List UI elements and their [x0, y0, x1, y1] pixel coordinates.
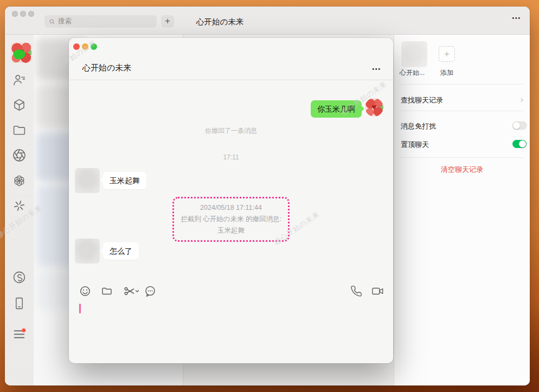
screenshot-scissors-icon[interactable] [123, 285, 140, 297]
search-icon [49, 18, 55, 25]
mute-toggle[interactable] [512, 121, 527, 130]
favorites-box-icon[interactable] [12, 98, 27, 112]
mute-label: 消息免打扰 [401, 121, 436, 131]
intercept-content: 玉米起舞 [177, 225, 285, 236]
main-chat-title: 心开始の未来 [196, 17, 243, 27]
voice-call-icon[interactable] [350, 285, 362, 297]
chat-popup-window: 17:06 你玉米几啊 你撤回了一条消息 17:11 玉米起舞 2024/05/… [69, 38, 393, 363]
sidebar [5, 7, 34, 385]
main-more-menu-button[interactable]: ••• [512, 15, 521, 21]
member-avatar[interactable] [401, 41, 427, 67]
chat-popup-title: 心开始の未来 [82, 63, 131, 73]
minimize-button[interactable] [82, 43, 88, 50]
chat-history-icon[interactable] [144, 285, 156, 297]
channels-s-icon[interactable] [12, 270, 27, 285]
add-member-label: 添加 [439, 68, 455, 78]
divider [401, 84, 523, 85]
zoom-button[interactable] [28, 11, 34, 17]
toggle-knob [513, 122, 520, 129]
desktop: { "watermark": "@心开始の未来", "main_window":… [0, 0, 539, 392]
video-call-icon[interactable] [371, 285, 385, 297]
chat-bubble-icon[interactable] [12, 48, 27, 62]
chat-popup-more-button[interactable]: ••• [372, 66, 381, 72]
zoom-button[interactable] [91, 43, 97, 50]
member-name: 心开始... [400, 68, 430, 78]
notification-badge [22, 329, 25, 332]
sparkle-icon[interactable] [10, 196, 28, 215]
recall-intercept-box: 2024/05/18 17:11:44 拦截到 心开始の未来 的撤回消息: 玉米… [172, 197, 290, 242]
clear-history-button[interactable]: 清空聊天记录 [394, 165, 530, 175]
minimize-button[interactable] [20, 11, 26, 17]
chevron-right-icon[interactable]: › [521, 95, 523, 104]
divider [401, 157, 523, 158]
close-button[interactable] [12, 11, 18, 17]
main-titlebar: 搜索 + 心开始の未来 ••• [5, 7, 530, 35]
message-scroll-area[interactable]: 17:06 你玉米几啊 你撤回了一条消息 17:11 玉米起舞 2024/05/… [69, 38, 393, 363]
moments-aperture-icon[interactable] [12, 148, 27, 163]
mobile-phone-icon[interactable] [12, 296, 27, 311]
incoming-message-bubble[interactable]: 玉米起舞 [103, 172, 146, 189]
search-input[interactable]: 搜索 [44, 15, 157, 28]
new-chat-button[interactable]: + [161, 15, 174, 28]
peer-avatar[interactable] [75, 168, 100, 193]
intercept-time: 2024/05/18 17:11:44 [177, 202, 285, 214]
recall-notice: 你撤回了一条消息 [69, 126, 393, 136]
add-member-button[interactable]: + [439, 46, 455, 62]
search-placeholder: 搜索 [58, 17, 72, 26]
close-button[interactable] [73, 43, 80, 50]
find-history-row[interactable]: 查找聊天记录 [401, 95, 443, 105]
incoming-message-bubble[interactable]: 怎么了 [103, 242, 139, 260]
intercept-notice: 拦截到 心开始の未来 的撤回消息: [177, 214, 285, 225]
flower-icon[interactable] [12, 173, 27, 188]
emoji-icon[interactable] [79, 285, 91, 297]
contacts-icon[interactable] [12, 73, 27, 87]
divider [401, 111, 523, 111]
my-avatar[interactable] [365, 98, 383, 117]
timestamp: 17:11 [69, 153, 393, 161]
plus-icon: + [444, 49, 450, 59]
send-file-folder-icon[interactable] [101, 285, 113, 297]
text-input-caret[interactable] [79, 304, 81, 313]
toggle-knob [519, 140, 526, 147]
peer-avatar[interactable] [75, 239, 100, 264]
files-folder-icon[interactable] [12, 123, 27, 138]
pin-toggle[interactable] [512, 140, 527, 148]
more-menu-lines-icon[interactable] [12, 327, 27, 342]
pin-label: 置顶聊天 [401, 140, 429, 150]
chat-popup-header: 心开始の未来 ••• [69, 38, 393, 80]
chat-detail-panel: 心开始... + 添加 查找聊天记录 › 消息免打扰 置顶聊天 清空聊天记录 [394, 35, 530, 385]
outgoing-message-bubble[interactable]: 你玉米几啊 [311, 100, 362, 118]
